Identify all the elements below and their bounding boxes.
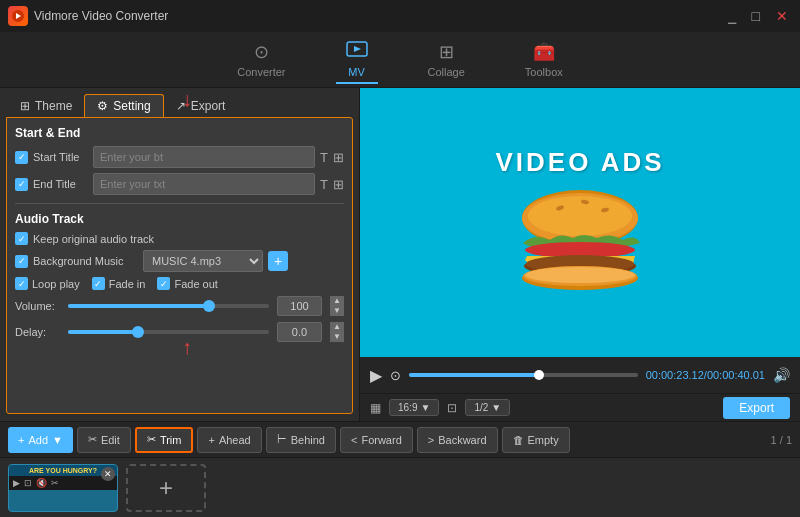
tab-collage[interactable]: ⊞ Collage	[418, 37, 475, 82]
clip-controls: ▶ ⊡ 🔇 ✂	[9, 476, 117, 490]
volume-slider-track[interactable]	[68, 304, 269, 308]
burger-illustration	[505, 188, 655, 298]
fade-out-label: Fade out	[174, 278, 217, 290]
aspect-ratio-chevron: ▼	[420, 402, 430, 413]
end-title-checkbox[interactable]: ✓	[15, 178, 28, 191]
timeline-clip[interactable]: ARE YOU HUNGRY? ▶ ⊡ 🔇 ✂ ✕	[8, 464, 118, 512]
volume-up-button[interactable]: ▲	[330, 296, 344, 306]
fade-in-label: Fade in	[109, 278, 146, 290]
fade-out-checkbox[interactable]: ✓	[157, 277, 170, 290]
frame-icon: ▦	[370, 401, 381, 415]
progress-track[interactable]	[409, 373, 638, 377]
backward-icon: >	[428, 434, 434, 446]
progress-thumb[interactable]	[534, 370, 544, 380]
start-title-checkbox[interactable]: ✓	[15, 151, 28, 164]
add-clip-icon: +	[159, 474, 173, 502]
volume-thumb[interactable]	[203, 300, 215, 312]
converter-icon: ⊙	[254, 41, 269, 63]
tab-mv[interactable]: MV	[336, 36, 378, 84]
clip-text: ARE YOU HUNGRY?	[29, 467, 97, 474]
start-title-text-icon[interactable]: T	[320, 150, 328, 165]
minimize-icon[interactable]: ⎯	[724, 6, 740, 26]
setting-gear-icon: ⚙	[97, 99, 108, 113]
delay-slider-track[interactable]	[68, 330, 269, 334]
keep-original-checkbox[interactable]: ✓	[15, 232, 28, 245]
add-clip-button[interactable]: +	[126, 464, 206, 512]
empty-button[interactable]: 🗑 Empty	[502, 427, 570, 453]
time-current: 00:00:23.12	[646, 369, 704, 381]
close-icon[interactable]: ✕	[772, 6, 792, 26]
add-button[interactable]: + Add ▼	[8, 427, 73, 453]
settings-panel: Start & End ✓ Start Title T ⊞ ✓ End Titl…	[6, 117, 353, 414]
clip-scissors-icon[interactable]: ✂	[51, 478, 59, 488]
trim-button[interactable]: ✂ Trim	[135, 427, 194, 453]
start-title-input[interactable]	[93, 146, 315, 168]
tab-converter[interactable]: ⊙ Converter	[227, 37, 295, 82]
tab-theme-label: Theme	[35, 99, 72, 113]
delay-thumb[interactable]	[132, 326, 144, 338]
play-button[interactable]: ▶	[370, 366, 382, 385]
loop-play-checkbox[interactable]: ✓	[15, 277, 28, 290]
bottom-toolbar: + Add ▼ ✂ Edit ✂ Trim + Ahead ⊢ Behind <…	[0, 421, 800, 457]
ahead-button[interactable]: + Ahead	[197, 427, 261, 453]
empty-trash-icon: 🗑	[513, 434, 524, 446]
keep-original-row: ✓ Keep original audio track	[15, 232, 344, 245]
app-icon	[8, 6, 28, 26]
start-title-label: Start Title	[33, 151, 88, 163]
behind-label: Behind	[291, 434, 325, 446]
preview-area: VIDEO ADS	[360, 88, 800, 357]
tab-theme[interactable]: ⊞ Theme	[8, 94, 84, 117]
aspect-ratio-button[interactable]: 16:9 ▼	[389, 399, 439, 416]
loop-play-label: Loop play	[32, 278, 80, 290]
zoom-chevron: ▼	[491, 402, 501, 413]
edit-button[interactable]: ✂ Edit	[77, 427, 131, 453]
app-title: Vidmore Video Converter	[34, 9, 168, 23]
add-music-button[interactable]: +	[268, 251, 288, 271]
forward-button[interactable]: < Forward	[340, 427, 413, 453]
theme-grid-icon: ⊞	[20, 99, 30, 113]
clip-mute-icon[interactable]: 🔇	[36, 478, 47, 488]
svg-marker-3	[354, 46, 361, 52]
trim-label: Trim	[160, 434, 182, 446]
volume-fill	[68, 304, 209, 308]
fade-in-checkbox[interactable]: ✓	[92, 277, 105, 290]
end-title-text-icon[interactable]: T	[320, 177, 328, 192]
end-title-input[interactable]	[93, 173, 315, 195]
backward-button[interactable]: > Backward	[417, 427, 498, 453]
start-end-title: Start & End	[15, 126, 344, 140]
delay-down-button[interactable]: ▼	[330, 332, 344, 342]
sub-tabs: ⊞ Theme ⚙ Setting ↗ Export	[0, 88, 359, 117]
toolbox-icon: 🧰	[533, 41, 555, 63]
volume-icon[interactable]: 🔊	[773, 367, 790, 383]
zoom-label: 1/2	[474, 402, 488, 413]
volume-down-button[interactable]: ▼	[330, 306, 344, 316]
clip-play-icon[interactable]: ▶	[13, 478, 20, 488]
end-title-grid-icon[interactable]: ⊞	[333, 177, 344, 192]
right-panel: VIDEO ADS	[360, 88, 800, 421]
trim-scissors-icon: ✂	[147, 433, 156, 446]
export-button[interactable]: Export	[723, 397, 790, 419]
music-select[interactable]: MUSIC 4.mp3	[143, 250, 263, 272]
preview-background: VIDEO ADS	[360, 88, 800, 357]
start-title-grid-icon[interactable]: ⊞	[333, 150, 344, 165]
clip-close-button[interactable]: ✕	[101, 467, 115, 481]
fade-out-item: ✓ Fade out	[157, 277, 217, 290]
zoom-button[interactable]: 1/2 ▼	[465, 399, 510, 416]
background-music-checkbox[interactable]: ✓	[15, 255, 28, 268]
tab-export[interactable]: ↗ Export	[164, 94, 238, 117]
stop-button[interactable]: ⊙	[390, 368, 401, 383]
time-display: 00:00:23.12/00:00:40.01	[646, 369, 765, 381]
background-music-label: Background Music	[33, 255, 138, 267]
maximize-icon[interactable]: □	[748, 6, 764, 26]
ahead-label: Ahead	[219, 434, 251, 446]
volume-spinner[interactable]: ▲ ▼	[330, 296, 344, 316]
tab-setting[interactable]: ⚙ Setting	[84, 94, 163, 117]
tab-toolbox-label: Toolbox	[525, 66, 563, 78]
empty-label: Empty	[528, 434, 559, 446]
clip-pause-icon[interactable]: ⊡	[24, 478, 32, 488]
delay-up-button[interactable]: ▲	[330, 322, 344, 332]
tab-toolbox[interactable]: 🧰 Toolbox	[515, 37, 573, 82]
add-label: Add	[28, 434, 48, 446]
delay-spinner[interactable]: ▲ ▼	[330, 322, 344, 342]
behind-button[interactable]: ⊢ Behind	[266, 427, 336, 453]
